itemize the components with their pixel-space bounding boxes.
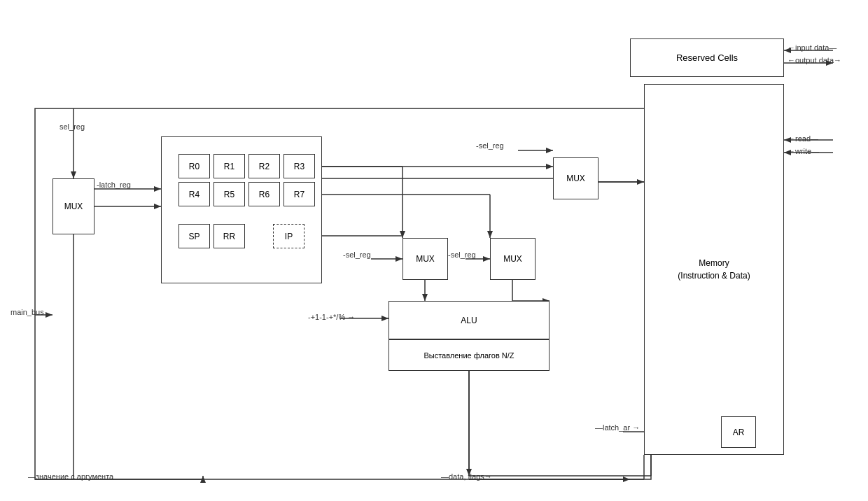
label-sel-reg-top: -sel_reg — [476, 141, 504, 150]
label-sel-reg: sel_reg — [59, 122, 85, 131]
label-main-bus: main_bus — [10, 308, 44, 316]
reg-r5: R5 — [214, 182, 245, 206]
mux-left: MUX — [52, 178, 94, 234]
reg-r2: R2 — [248, 154, 280, 178]
svg-marker-4 — [154, 204, 161, 209]
ar: AR — [721, 416, 756, 448]
reg-rr: RR — [214, 224, 245, 248]
svg-marker-6 — [154, 186, 161, 192]
svg-marker-9 — [400, 231, 405, 238]
reg-r0: R0 — [178, 154, 210, 178]
diagram: MUX R0 R1 R2 R3 R4 R5 R6 R7 SP RR IP — [0, 0, 868, 501]
svg-marker-25 — [396, 256, 402, 262]
svg-marker-51 — [46, 312, 52, 318]
reserved-cells: Reserved Cells — [630, 38, 784, 77]
svg-marker-20 — [422, 294, 428, 301]
svg-marker-47 — [200, 476, 206, 483]
svg-marker-18 — [637, 179, 644, 185]
svg-marker-55 — [382, 316, 388, 321]
reg-r6: R6 — [248, 182, 280, 206]
svg-marker-2 — [71, 171, 76, 178]
memory: Memory(Instruction & Data) — [644, 84, 784, 455]
label-latch-reg: -latch_reg — [97, 181, 131, 189]
alu: ALU — [388, 301, 550, 339]
label-write: ←write— — [788, 147, 819, 155]
label-output-data: ←output data→ — [788, 56, 841, 64]
label-alu-ops: -+1-1-+*/% → — [308, 313, 355, 321]
label-sel-reg-mid1: -sel_reg — [343, 250, 371, 259]
reg-sp: SP — [178, 224, 210, 248]
alu-flags: Выставление флагов N/Z — [388, 339, 550, 371]
reg-r1: R1 — [214, 154, 245, 178]
reg-ip: IP — [273, 224, 304, 248]
svg-marker-27 — [483, 256, 490, 262]
label-input-data: ←input data— — [788, 43, 836, 52]
label-znachenie: —значение с аргумента — [28, 472, 113, 481]
label-sel-reg-mid2: -sel_reg — [448, 250, 476, 259]
label-read: ←read— — [788, 134, 818, 143]
reg-r3: R3 — [284, 154, 315, 178]
reg-r4: R4 — [178, 182, 210, 206]
mux-top: MUX — [553, 157, 598, 199]
svg-marker-11 — [546, 164, 553, 169]
svg-marker-16 — [546, 148, 553, 153]
svg-marker-14 — [487, 231, 493, 238]
mux-mid1: MUX — [402, 238, 448, 280]
svg-marker-49 — [623, 477, 630, 482]
label-latch-ar: —latch_ar → — [595, 423, 640, 432]
label-data-flags: —data, flags→ — [441, 472, 492, 481]
mux-mid2: MUX — [490, 238, 536, 280]
reg-r7: R7 — [284, 182, 315, 206]
